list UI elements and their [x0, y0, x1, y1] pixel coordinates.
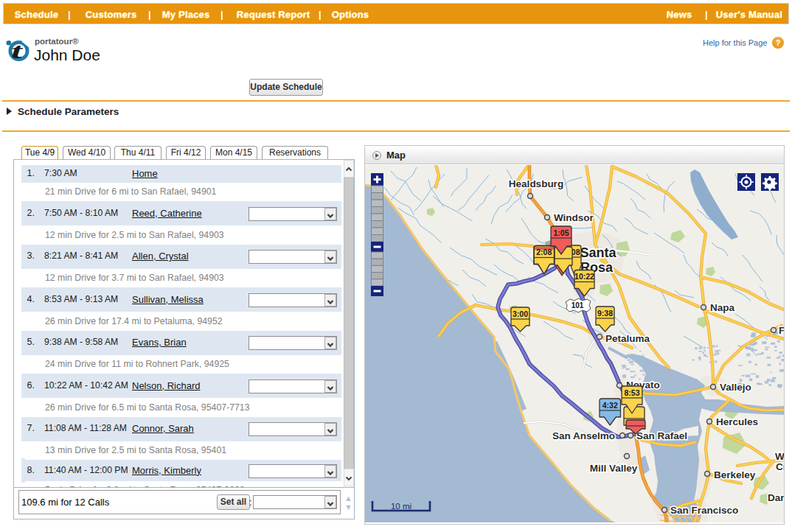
svg-text:Santa: Santa	[580, 245, 616, 260]
svg-text:Cr: Cr	[776, 461, 784, 472]
svg-text:San Anselmo: San Anselmo	[552, 430, 615, 441]
svg-text:San Rafael: San Rafael	[636, 430, 687, 441]
svg-text:3:00: 3:00	[513, 309, 528, 318]
svg-text:101: 101	[572, 301, 584, 309]
svg-text:San Francisco: San Francisco	[670, 505, 738, 516]
svg-text:9:38: 9:38	[597, 309, 613, 318]
svg-text:1:05: 1:05	[553, 228, 569, 237]
svg-text:Vallejo: Vallejo	[720, 382, 751, 393]
svg-text:F: F	[779, 325, 784, 336]
svg-text:Mill Valley: Mill Valley	[590, 463, 638, 474]
svg-text:Napa: Napa	[710, 302, 735, 313]
svg-text:4:32: 4:32	[602, 401, 618, 410]
svg-text:10:22: 10:22	[574, 272, 594, 281]
svg-text:2:08: 2:08	[536, 248, 552, 256]
svg-text:t: t	[11, 38, 23, 63]
svg-text:Dan: Dan	[768, 492, 784, 503]
svg-text:W: W	[775, 451, 784, 462]
svg-text:10 mi: 10 mi	[391, 502, 411, 511]
svg-text:Healdsburg: Healdsburg	[509, 178, 563, 189]
svg-text:Berkeley: Berkeley	[714, 469, 756, 480]
svg-text:8:53: 8:53	[624, 388, 639, 397]
svg-text:Hercules: Hercules	[716, 416, 758, 427]
svg-text:Petaluma: Petaluma	[605, 333, 650, 344]
svg-text:Windsor: Windsor	[554, 212, 594, 223]
